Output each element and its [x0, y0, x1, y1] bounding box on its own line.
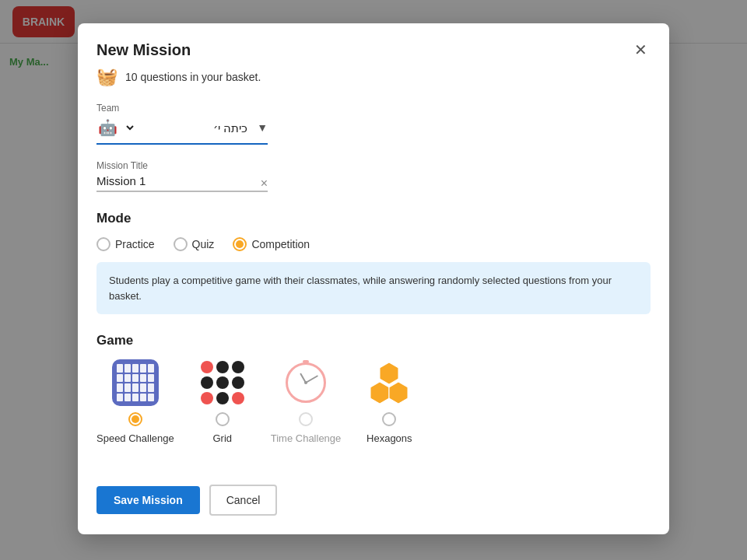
game-grid-option[interactable]: Grid — [199, 359, 246, 444]
mode-competition-option[interactable]: Competition — [233, 237, 310, 251]
game-speed-challenge-label: Speed Challenge — [96, 432, 174, 444]
modal-overlay: New Mission ✕ 🧺 10 questions in your bas… — [0, 0, 747, 560]
modal-body: 🧺 10 questions in your basket. Team 🤖 כי… — [78, 67, 669, 485]
hexagons-icon — [366, 359, 412, 406]
basket-icon: 🧺 — [96, 67, 117, 87]
modal-title: New Mission — [96, 41, 191, 59]
mode-options: Practice Quiz Competition — [96, 237, 651, 251]
team-select-wrapper[interactable]: 🤖 כיתה י׳ ▼ — [96, 117, 268, 145]
mode-competition-label: Competition — [251, 238, 310, 250]
speed-challenge-icon — [112, 359, 159, 406]
game-hexagons-label: Hexagons — [366, 432, 412, 444]
game-grid-label: Grid — [212, 432, 232, 444]
team-dropdown-arrow-icon: ▼ — [257, 121, 268, 134]
team-avatar: 🤖 — [96, 117, 118, 138]
team-field: Team 🤖 כיתה י׳ ▼ — [96, 103, 651, 145]
game-speed-challenge-option[interactable]: Speed Challenge — [96, 359, 174, 444]
mission-title-clear-button[interactable]: × — [261, 177, 268, 191]
mission-title-field: Mission Title × — [96, 160, 651, 192]
modal-footer: Save Mission Cancel — [78, 485, 669, 534]
mode-practice-label: Practice — [115, 238, 155, 250]
game-time-challenge-radio[interactable] — [299, 412, 313, 426]
mode-quiz-label: Quiz — [192, 238, 215, 250]
team-select[interactable]: כיתה י׳ — [124, 121, 251, 135]
clock-minute-hand — [306, 375, 319, 383]
new-mission-modal: New Mission ✕ 🧺 10 questions in your bas… — [78, 23, 669, 534]
mode-quiz-option[interactable]: Quiz — [174, 237, 215, 251]
game-hexagons-radio[interactable] — [382, 412, 396, 426]
mode-practice-option[interactable]: Practice — [96, 237, 155, 251]
team-label: Team — [96, 103, 651, 114]
mode-competition-radio[interactable] — [233, 237, 247, 251]
svg-marker-2 — [389, 382, 408, 404]
game-speed-challenge-radio[interactable] — [128, 412, 142, 426]
basket-info-text: 10 questions in your basket. — [125, 71, 261, 83]
mission-title-input[interactable] — [96, 174, 268, 192]
basket-info: 🧺 10 questions in your basket. — [96, 67, 651, 87]
game-options: Speed Challenge — [96, 359, 651, 444]
grid-icon — [199, 359, 246, 406]
game-grid-radio[interactable] — [216, 412, 230, 426]
save-mission-button[interactable]: Save Mission — [96, 486, 200, 514]
mode-practice-radio[interactable] — [96, 237, 110, 251]
close-button[interactable]: ✕ — [631, 39, 651, 61]
mode-description: Students play a competitive game with th… — [96, 262, 651, 314]
mission-title-label: Mission Title — [96, 160, 651, 171]
game-time-challenge-option[interactable]: Time Challenge — [271, 359, 342, 444]
modal-header: New Mission ✕ — [78, 23, 669, 67]
game-section-title: Game — [96, 333, 651, 348]
mission-title-wrapper: × — [96, 174, 268, 192]
game-time-challenge-label: Time Challenge — [271, 432, 342, 444]
cancel-button[interactable]: Cancel — [209, 485, 278, 516]
game-hexagons-option[interactable]: Hexagons — [366, 359, 412, 444]
mode-section-title: Mode — [96, 211, 651, 226]
time-challenge-icon — [282, 359, 329, 406]
clock-center-dot — [304, 381, 307, 384]
clock-top — [303, 360, 309, 363]
mode-quiz-radio[interactable] — [174, 237, 188, 251]
svg-marker-0 — [380, 362, 398, 384]
svg-marker-1 — [370, 382, 389, 404]
clock-face — [286, 362, 326, 403]
